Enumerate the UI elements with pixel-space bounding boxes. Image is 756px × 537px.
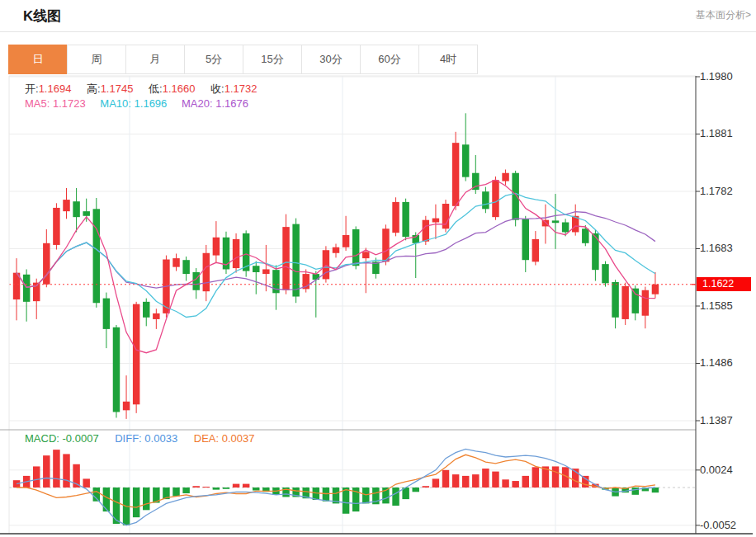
y-axis-label: 1.1782	[700, 185, 751, 197]
ohlc-readout: 开:1.1694 高:1.1745 低:1.1660 收:1.1732	[25, 82, 269, 97]
macd-readout: MACD: -0.0007 DIFF: 0.0033 DEA: 0.0037	[25, 432, 254, 445]
y-axis-label: 1.1881	[700, 127, 751, 139]
ma5-value: 1.1723	[53, 97, 86, 110]
diff-label: DIFF:	[115, 432, 142, 445]
y-axis-label: 1.1585	[700, 299, 751, 312]
open-label: 开:	[25, 82, 39, 95]
y-axis-label: 1.1980	[700, 70, 751, 82]
ma10-label: MA10:	[100, 97, 131, 110]
macd-value: -0.0007	[63, 432, 99, 445]
dea-value: 0.0037	[222, 432, 255, 445]
close-value: 1.1732	[224, 82, 258, 95]
close-label: 收:	[210, 82, 224, 95]
y-axis-label: 1.1387	[700, 414, 751, 426]
diff-value: 0.0033	[144, 432, 177, 445]
chart-area: 开:1.1694 高:1.1745 低:1.1660 收:1.1732 MA5:…	[0, 0, 756, 537]
y-axis-label: 1.1486	[700, 356, 751, 369]
open-value: 1.1694	[39, 82, 72, 95]
high-label: 高:	[87, 82, 101, 95]
candlestick-chart[interactable]	[0, 0, 756, 537]
macd-axis-label: -0.0052	[700, 519, 751, 531]
ma20-value: 1.1676	[215, 97, 248, 110]
last-price-badge: 1.1622	[697, 277, 751, 291]
macd-label: MACD:	[25, 432, 59, 445]
low-value: 1.1660	[163, 82, 196, 95]
low-label: 低:	[149, 82, 163, 95]
ma5-label: MA5:	[25, 97, 50, 110]
y-axis-label: 1.1683	[700, 242, 751, 254]
ma20-label: MA20:	[182, 97, 213, 110]
ma-readout: MA5: 1.1723 MA10: 1.1696 MA20: 1.1676	[25, 97, 248, 110]
ma10-value: 1.1696	[135, 97, 168, 110]
macd-axis-label: 0.0024	[700, 464, 751, 476]
kline-page: K线图 基本面分析> 日 周 月 5分 15分 30分 60分 4时 开:1.1…	[0, 0, 756, 537]
dea-label: DEA:	[194, 432, 219, 445]
high-value: 1.1745	[101, 82, 134, 95]
